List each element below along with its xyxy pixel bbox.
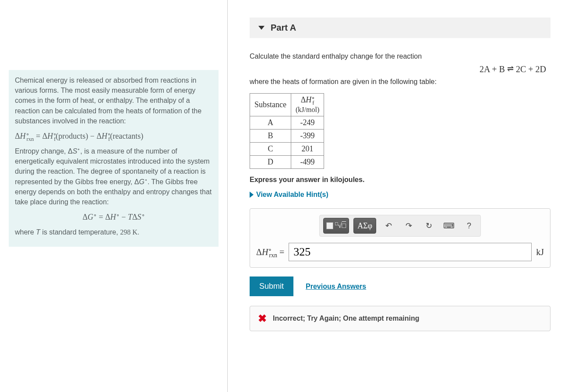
enthalpy-formula: ΔH∘rxn = ΔH∘f(products) − ΔH∘f(reactants… <box>15 130 212 142</box>
reset-button[interactable]: ↻ <box>421 218 437 234</box>
keyboard-icon: ⌨ <box>443 221 455 231</box>
template-palette-button[interactable]: □√□ <box>323 218 349 234</box>
table-row: A-249 <box>250 116 324 130</box>
table-header-row: Substance ΔH∘f (kJ/mol) <box>250 94 324 116</box>
previous-answers-link[interactable]: Previous Answers <box>306 283 366 290</box>
caret-right-icon <box>250 192 254 198</box>
greek-palette-button[interactable]: ΑΣφ <box>353 218 376 234</box>
intro-box: Chemical energy is released or absorbed … <box>9 70 219 247</box>
view-hints-link[interactable]: View Available Hint(s) <box>250 191 550 199</box>
answer-instructions: Express your answer in kilojoules. <box>250 176 550 184</box>
reaction-equation: 2A + B ⇌ 2C + 2D <box>250 63 550 76</box>
redo-icon: ↷ <box>406 221 412 231</box>
answer-input[interactable] <box>289 243 532 261</box>
gibbs-formula: ΔG∘ = ΔH∘ − TΔS∘ <box>15 211 212 223</box>
undo-button[interactable]: ↶ <box>381 218 396 234</box>
part-label: Part A <box>271 23 296 33</box>
template-icon <box>326 222 333 229</box>
keyboard-button[interactable]: ⌨ <box>441 218 457 234</box>
intro-para3: where T is standard temperature, 298 K. <box>15 227 212 237</box>
answer-variable-label: ΔH∘rxn = <box>256 247 284 257</box>
submit-button[interactable]: Submit <box>250 276 293 296</box>
col-deltaHf: ΔH∘f (kJ/mol) <box>291 94 324 116</box>
redo-button[interactable]: ↷ <box>401 218 416 234</box>
problem-intro-panel: Chemical energy is released or absorbed … <box>0 0 228 392</box>
table-row: B-399 <box>250 130 324 143</box>
undo-icon: ↶ <box>385 221 392 231</box>
feedback-banner: ✖ Incorrect; Try Again; One attempt rema… <box>250 306 550 331</box>
collapse-icon <box>258 26 265 30</box>
intro-para1: Chemical energy is released or absorbed … <box>15 75 212 126</box>
table-row: C201 <box>250 143 324 156</box>
heats-of-formation-table: Substance ΔH∘f (kJ/mol) A-249 B-399 C201… <box>250 93 324 169</box>
intro-para2: Entropy change, ΔS∘, is a measure of the… <box>15 146 212 207</box>
help-button[interactable]: ? <box>461 218 477 234</box>
equation-toolbar: □√□ ΑΣφ ↶ ↷ ↻ ⌨ ? <box>319 215 481 237</box>
root-template-icon: □√□ <box>335 222 346 230</box>
question-prompt: Calculate the standard enthalpy change f… <box>250 51 550 87</box>
answer-entry-box: □√□ ΑΣφ ↶ ↷ ↻ ⌨ ? ΔH∘rxn = <box>250 208 550 268</box>
incorrect-icon: ✖ <box>258 312 267 325</box>
feedback-text: Incorrect; Try Again; One attempt remain… <box>273 315 420 322</box>
table-row: D-499 <box>250 156 324 169</box>
col-substance: Substance <box>250 94 291 116</box>
reset-icon: ↻ <box>426 221 432 231</box>
answer-unit: kJ <box>536 247 544 257</box>
part-header[interactable]: Part A <box>250 18 550 38</box>
